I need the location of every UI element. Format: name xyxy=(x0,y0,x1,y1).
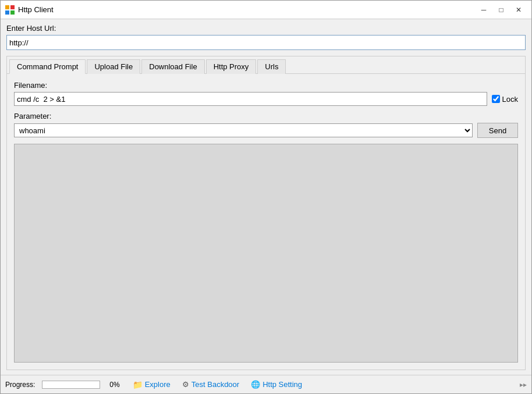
folder-icon: 📁 xyxy=(133,380,143,389)
tab-upload-file[interactable]: Upload File xyxy=(87,59,140,74)
http-setting-link[interactable]: 🌐 Http Setting xyxy=(251,380,302,389)
status-links: 📁 Explore ⚙ Test Backdoor 🌐 Http Setting xyxy=(133,380,302,389)
lock-checkbox[interactable] xyxy=(492,95,500,103)
filename-label: Filename: xyxy=(14,81,518,90)
status-bar: Progress: 0% 📁 Explore ⚙ Test Backdoor 🌐… xyxy=(1,375,531,393)
tabs-header: Command Prompt Upload File Download File… xyxy=(7,56,525,74)
send-button[interactable]: Send xyxy=(477,123,518,138)
test-backdoor-link[interactable]: ⚙ Test Backdoor xyxy=(182,380,239,389)
title-bar: Http Client ─ □ ✕ xyxy=(1,1,531,19)
svg-rect-1 xyxy=(10,5,15,9)
svg-rect-0 xyxy=(5,5,9,9)
output-area xyxy=(14,144,518,363)
content-area: Enter Host Url: Command Prompt Upload Fi… xyxy=(1,19,531,370)
tab-urls[interactable]: Urls xyxy=(257,59,286,74)
parameter-label: Parameter: xyxy=(14,112,518,120)
globe-icon: 🌐 xyxy=(251,380,260,389)
maximize-button[interactable]: □ xyxy=(493,3,509,16)
minimize-button[interactable]: ─ xyxy=(476,3,492,16)
close-button[interactable]: ✕ xyxy=(510,3,527,16)
title-bar-controls: ─ □ ✕ xyxy=(476,3,527,16)
svg-rect-3 xyxy=(10,10,15,15)
status-bar-right-indicator: ▸▸ xyxy=(520,381,527,389)
filename-input[interactable] xyxy=(14,92,487,106)
explore-link[interactable]: 📁 Explore xyxy=(133,380,171,389)
tab-http-proxy[interactable]: Http Proxy xyxy=(206,59,257,74)
title-bar-left: Http Client xyxy=(5,5,54,15)
progress-percent: 0% xyxy=(109,381,119,389)
gear-icon: ⚙ xyxy=(182,380,189,389)
filename-row: Lock xyxy=(14,92,518,106)
tab-download-file[interactable]: Download File xyxy=(141,59,204,74)
command-prompt-tab-content: Filename: Lock Parameter: whoami ipconfi… xyxy=(7,74,525,370)
main-window: Http Client ─ □ ✕ Enter Host Url: Comman… xyxy=(0,0,532,394)
lock-label: Lock xyxy=(492,95,518,104)
tabs-container: Command Prompt Upload File Download File… xyxy=(6,56,526,370)
svg-rect-2 xyxy=(5,10,9,15)
window-title: Http Client xyxy=(18,5,54,14)
host-url-label: Enter Host Url: xyxy=(6,24,526,33)
progress-bar xyxy=(42,381,100,389)
parameter-row: whoami ipconfig systeminfo dir Send xyxy=(14,123,518,138)
parameter-select[interactable]: whoami ipconfig systeminfo dir xyxy=(14,123,473,137)
tab-command-prompt[interactable]: Command Prompt xyxy=(9,59,86,74)
progress-label: Progress: xyxy=(5,381,35,389)
host-url-input[interactable] xyxy=(6,35,526,50)
app-icon xyxy=(5,5,15,15)
